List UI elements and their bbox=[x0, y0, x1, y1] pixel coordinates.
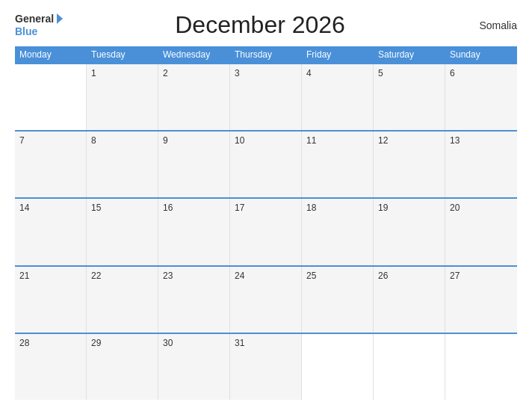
calendar-cell: 18 bbox=[302, 199, 374, 265]
calendar-day-header: Wednesday bbox=[158, 46, 230, 63]
day-number: 12 bbox=[378, 135, 440, 146]
calendar-week: 123456 bbox=[15, 63, 517, 130]
calendar-cell: 2 bbox=[158, 64, 230, 130]
calendar-header: MondayTuesdayWednesdayThursdayFridaySatu… bbox=[15, 46, 517, 63]
day-number: 20 bbox=[450, 203, 513, 213]
day-number: 19 bbox=[378, 203, 440, 213]
calendar-cell: 13 bbox=[445, 132, 517, 197]
calendar-cell: 14 bbox=[15, 199, 87, 265]
calendar-cell bbox=[374, 334, 445, 400]
day-number: 23 bbox=[163, 271, 225, 281]
calendar-day-header: Tuesday bbox=[87, 46, 158, 63]
calendar-cell: 24 bbox=[230, 267, 302, 333]
calendar-body: 1234567891011121314151617181920212223242… bbox=[15, 63, 517, 400]
calendar-cell: 20 bbox=[445, 199, 517, 265]
day-number: 13 bbox=[450, 135, 513, 146]
calendar-cell: 9 bbox=[158, 132, 230, 197]
day-number: 30 bbox=[163, 338, 225, 348]
calendar-page: General Blue December 2026 Somalia Monda… bbox=[0, 0, 532, 411]
logo-general-text: General bbox=[15, 13, 54, 25]
day-number: 26 bbox=[378, 271, 440, 281]
day-number: 3 bbox=[235, 68, 297, 78]
calendar-grid: MondayTuesdayWednesdayThursdayFridaySatu… bbox=[15, 46, 517, 400]
day-number: 29 bbox=[91, 338, 153, 348]
day-number: 17 bbox=[235, 203, 297, 213]
calendar-week: 78910111213 bbox=[15, 130, 517, 197]
day-number: 7 bbox=[19, 135, 81, 146]
calendar-day-header: Monday bbox=[15, 46, 87, 63]
day-number: 8 bbox=[91, 135, 153, 146]
day-number: 27 bbox=[450, 271, 513, 281]
day-number: 16 bbox=[163, 203, 225, 213]
calendar-cell: 4 bbox=[302, 64, 374, 130]
calendar-week: 21222324252627 bbox=[15, 265, 517, 333]
day-number: 4 bbox=[306, 68, 368, 78]
calendar-cell: 6 bbox=[445, 64, 517, 130]
logo-blue-text: Blue bbox=[15, 25, 63, 38]
calendar-cell: 21 bbox=[15, 267, 87, 333]
calendar-cell bbox=[445, 334, 517, 400]
calendar-cell bbox=[302, 334, 374, 400]
calendar-cell: 25 bbox=[302, 267, 374, 333]
page-header: General Blue December 2026 Somalia bbox=[15, 11, 517, 39]
calendar-day-header: Saturday bbox=[374, 46, 445, 63]
day-number: 14 bbox=[19, 203, 81, 213]
calendar-cell: 17 bbox=[230, 199, 302, 265]
calendar-cell: 23 bbox=[158, 267, 230, 333]
day-number: 31 bbox=[235, 338, 297, 348]
calendar-cell: 5 bbox=[374, 64, 445, 130]
calendar-cell: 28 bbox=[15, 334, 87, 400]
day-number: 25 bbox=[306, 271, 368, 281]
calendar-cell: 26 bbox=[374, 267, 445, 333]
day-number: 15 bbox=[91, 203, 153, 213]
day-number: 21 bbox=[19, 271, 81, 281]
calendar-cell: 16 bbox=[158, 199, 230, 265]
calendar-cell: 19 bbox=[374, 199, 445, 265]
calendar-week: 14151617181920 bbox=[15, 197, 517, 265]
calendar-cell: 11 bbox=[302, 132, 374, 197]
calendar-cell: 1 bbox=[87, 64, 158, 130]
calendar-day-header: Friday bbox=[302, 46, 374, 63]
calendar-cell: 27 bbox=[445, 267, 517, 333]
calendar-day-header: Thursday bbox=[230, 46, 302, 63]
day-number: 5 bbox=[378, 68, 440, 78]
calendar-cell: 22 bbox=[87, 267, 158, 333]
day-number: 28 bbox=[19, 338, 81, 348]
calendar-cell: 15 bbox=[87, 199, 158, 265]
calendar-cell: 12 bbox=[374, 132, 445, 197]
day-number: 24 bbox=[235, 271, 297, 281]
day-number: 18 bbox=[306, 203, 368, 213]
calendar-cell: 30 bbox=[158, 334, 230, 400]
day-number: 1 bbox=[91, 68, 153, 78]
country-label: Somalia bbox=[457, 19, 517, 31]
day-number: 11 bbox=[306, 135, 368, 146]
day-number: 10 bbox=[235, 135, 297, 146]
calendar-week: 28293031 bbox=[15, 333, 517, 400]
day-number: 6 bbox=[450, 68, 513, 78]
calendar-day-header: Sunday bbox=[445, 46, 517, 63]
calendar-cell: 3 bbox=[230, 64, 302, 130]
calendar-cell: 8 bbox=[87, 132, 158, 197]
day-number: 9 bbox=[163, 135, 225, 146]
calendar-cell: 10 bbox=[230, 132, 302, 197]
page-title: December 2026 bbox=[63, 11, 457, 39]
calendar-cell: 7 bbox=[15, 132, 87, 197]
calendar-cell: 31 bbox=[230, 334, 302, 400]
logo-triangle-icon bbox=[57, 13, 63, 24]
logo: General Blue bbox=[15, 13, 63, 38]
day-number: 22 bbox=[91, 271, 153, 281]
calendar-cell bbox=[15, 64, 87, 130]
day-number: 2 bbox=[163, 68, 225, 78]
calendar-cell: 29 bbox=[87, 334, 158, 400]
